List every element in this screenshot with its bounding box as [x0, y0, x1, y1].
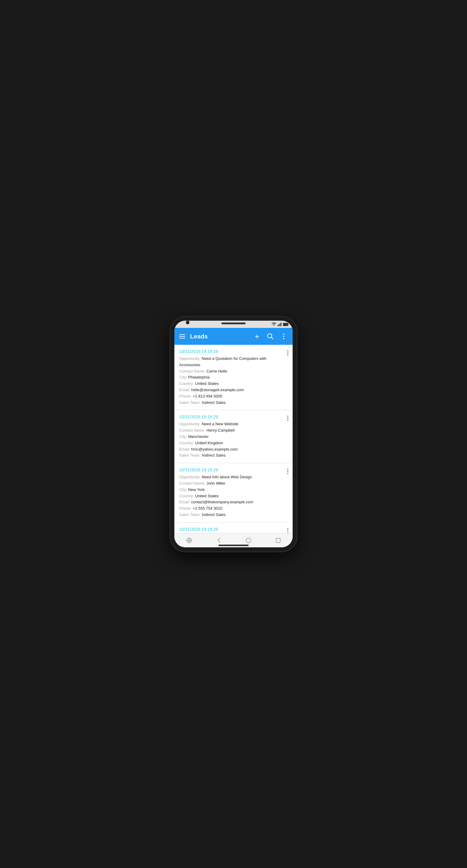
wifi-icon: [271, 322, 276, 326]
nav-square-button[interactable]: [275, 537, 281, 544]
lead-phone-3: Phone: +1 555 754 3010: [179, 505, 288, 512]
lead-city-2: City: Manchester: [179, 434, 288, 440]
overflow-menu-button[interactable]: [279, 332, 288, 341]
svg-rect-1: [279, 324, 280, 327]
nav-bar: [174, 533, 293, 547]
lead-sales-team-2: Sales Team: Indirect Sales: [179, 453, 288, 459]
search-button[interactable]: [266, 332, 274, 341]
status-bar: [174, 321, 293, 328]
nav-home-button[interactable]: [186, 537, 193, 544]
phone-camera: [186, 321, 189, 324]
circle-nav-icon: [245, 537, 252, 544]
menu-button[interactable]: [179, 334, 185, 338]
lead-opportunity-3: Opportunity: Need Info about Web Design: [179, 474, 288, 480]
add-button[interactable]: +: [253, 332, 261, 341]
svg-rect-18: [276, 538, 280, 542]
lead-item-2[interactable]: 10/31/2016 19:19:29 Opportunity: Need a …: [174, 410, 293, 463]
lead-more-button-1[interactable]: [286, 349, 290, 357]
lead-timestamp-4: 10/31/2016 19:19:29: [179, 527, 288, 532]
more-vert-icon: [283, 333, 285, 339]
lead-item-4[interactable]: 10/31/2016 19:19:29 Opportunity: Product…: [174, 523, 293, 533]
lead-phone-1: Phone: +1 813 494 5005: [179, 393, 288, 400]
svg-point-8: [283, 334, 284, 335]
search-icon: [267, 333, 273, 340]
lead-more-button-4[interactable]: [286, 527, 290, 533]
svg-point-17: [246, 538, 251, 543]
leads-list[interactable]: 10/31/2016 19:19:29 Opportunity: Need a …: [174, 345, 293, 533]
phone-frame: Leads + 10/31/2016 19:19:29: [170, 316, 297, 552]
square-nav-icon: [275, 537, 281, 544]
lead-contact-2: Contact Name: Henry Campbell: [179, 427, 288, 434]
phone-screen: Leads + 10/31/2016 19:19:29: [174, 321, 293, 547]
lead-timestamp-3: 10/31/2016 19:19:29: [179, 467, 288, 472]
status-icons: [271, 322, 289, 326]
lead-country-3: Country: United States: [179, 493, 288, 499]
svg-point-9: [283, 336, 284, 337]
lead-sales-team-1: Sales Team: Indirect Sales: [179, 400, 288, 406]
lead-more-button-3[interactable]: [286, 467, 290, 475]
lead-opportunity-1: Opportunity: Need a Quotation for Comput…: [179, 355, 288, 368]
lead-email-2: Email: hmc@yahoo.example.com: [179, 446, 288, 453]
back-nav-icon: [216, 537, 222, 544]
battery-icon: [283, 323, 289, 326]
svg-rect-0: [278, 325, 279, 326]
lead-contact-1: Contact Name: Carrie Helle: [179, 368, 288, 375]
home-nav-icon: [186, 537, 193, 544]
svg-point-12: [188, 539, 190, 541]
svg-rect-2: [280, 323, 281, 326]
lead-item-3[interactable]: 10/31/2016 19:19:29 Opportunity: Need In…: [174, 463, 293, 523]
svg-point-10: [283, 338, 284, 339]
lead-timestamp-1: 10/31/2016 19:19:29: [179, 349, 288, 354]
svg-rect-5: [288, 324, 289, 325]
lead-country-2: Country: United Kingdom: [179, 440, 288, 446]
lead-item-1[interactable]: 10/31/2016 19:19:29 Opportunity: Need a …: [174, 345, 293, 410]
lead-contact-3: Contact Name: John Miller: [179, 480, 288, 487]
lead-timestamp-2: 10/31/2016 19:19:29: [179, 414, 288, 419]
app-bar-title: Leads: [190, 333, 248, 340]
app-bar: Leads +: [174, 328, 293, 345]
svg-rect-4: [283, 323, 288, 326]
nav-circle-button[interactable]: [245, 537, 252, 544]
lead-more-button-2[interactable]: [286, 414, 290, 422]
signal-icon: [278, 322, 282, 326]
lead-email-1: Email: helle@stonageit.example.com: [179, 387, 288, 393]
lead-sales-team-3: Sales Team: Indirect Sales: [179, 512, 288, 518]
lead-country-1: Country: United States: [179, 381, 288, 387]
lead-email-3: Email: contact@thekompany.example.com: [179, 499, 288, 505]
svg-line-7: [271, 338, 273, 339]
svg-rect-3: [281, 322, 282, 326]
nav-back-button[interactable]: [216, 537, 222, 544]
lead-city-3: City: New York: [179, 487, 288, 493]
lead-opportunity-2: Opportunity: Need a New Website: [179, 421, 288, 427]
lead-city-1: City: Philadelphia: [179, 374, 288, 381]
